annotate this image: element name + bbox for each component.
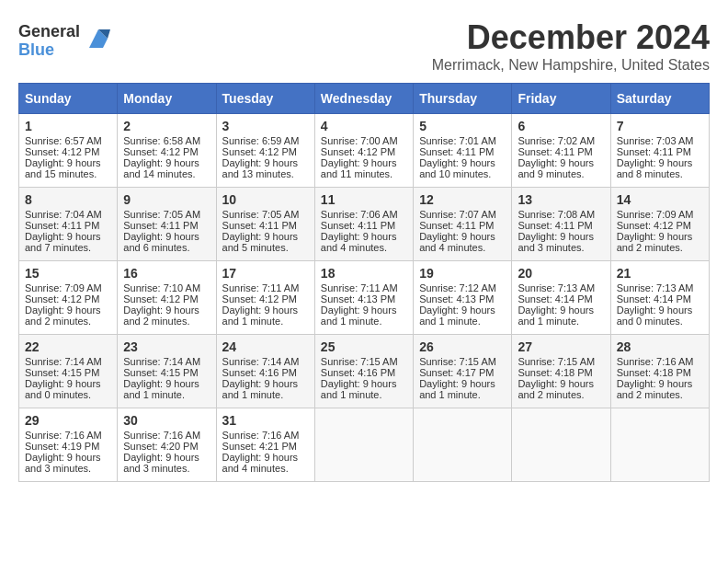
sunset-text: Sunset: 4:15 PM bbox=[123, 367, 198, 378]
day-number: 21 bbox=[617, 266, 703, 281]
calendar-cell: 2Sunrise: 6:58 AMSunset: 4:12 PMDaylight… bbox=[118, 114, 216, 188]
sunrise-text: Sunrise: 7:16 AM bbox=[617, 356, 694, 367]
sunrise-text: Sunrise: 7:01 AM bbox=[419, 135, 496, 146]
sunrise-text: Sunrise: 7:09 AM bbox=[617, 209, 694, 220]
sunrise-text: Sunrise: 7:03 AM bbox=[617, 135, 694, 146]
sunset-text: Sunset: 4:13 PM bbox=[419, 293, 494, 304]
month-title: December 2024 bbox=[432, 18, 710, 57]
calendar-cell: 4Sunrise: 7:00 AMSunset: 4:12 PMDaylight… bbox=[314, 114, 413, 188]
sunset-text: Sunset: 4:15 PM bbox=[25, 367, 99, 378]
calendar-cell: 17Sunrise: 7:11 AMSunset: 4:12 PMDayligh… bbox=[216, 261, 314, 335]
day-number: 8 bbox=[25, 192, 111, 207]
daylight-text: Daylight: 9 hours and 1 minute. bbox=[321, 378, 397, 400]
day-number: 5 bbox=[419, 119, 506, 133]
sunrise-text: Sunrise: 6:58 AM bbox=[123, 135, 200, 146]
sunrise-text: Sunrise: 7:11 AM bbox=[222, 282, 300, 293]
week-row-4: 22Sunrise: 7:14 AMSunset: 4:15 PMDayligh… bbox=[19, 335, 710, 408]
sunset-text: Sunset: 4:19 PM bbox=[25, 441, 99, 452]
week-row-5: 29Sunrise: 7:16 AMSunset: 4:19 PMDayligh… bbox=[19, 408, 710, 482]
calendar-cell: 19Sunrise: 7:12 AMSunset: 4:13 PMDayligh… bbox=[414, 261, 512, 335]
sunrise-text: Sunrise: 7:05 AM bbox=[222, 209, 300, 220]
sunset-text: Sunset: 4:11 PM bbox=[321, 220, 395, 231]
daylight-text: Daylight: 9 hours and 2 minutes. bbox=[617, 378, 693, 400]
day-number: 17 bbox=[222, 266, 309, 281]
daylight-text: Daylight: 9 hours and 4 minutes. bbox=[321, 231, 397, 253]
sunset-text: Sunset: 4:21 PM bbox=[222, 441, 297, 452]
calendar-cell: 31Sunrise: 7:16 AMSunset: 4:21 PMDayligh… bbox=[216, 408, 314, 482]
day-header-wednesday: Wednesday bbox=[314, 84, 413, 114]
calendar-cell bbox=[512, 408, 610, 482]
sunrise-text: Sunrise: 7:02 AM bbox=[518, 135, 595, 146]
sunrise-text: Sunrise: 7:14 AM bbox=[123, 356, 200, 367]
calendar-cell: 8Sunrise: 7:04 AMSunset: 4:11 PMDaylight… bbox=[19, 188, 118, 261]
calendar-cell bbox=[414, 408, 512, 482]
day-number: 16 bbox=[123, 266, 210, 281]
daylight-text: Daylight: 9 hours and 2 minutes. bbox=[123, 304, 199, 327]
calendar-table: SundayMondayTuesdayWednesdayThursdayFrid… bbox=[18, 83, 710, 482]
sunset-text: Sunset: 4:12 PM bbox=[222, 146, 297, 157]
day-number: 15 bbox=[25, 266, 111, 281]
daylight-text: Daylight: 9 hours and 2 minutes. bbox=[25, 304, 101, 327]
daylight-text: Daylight: 9 hours and 13 minutes. bbox=[222, 157, 299, 179]
day-header-sunday: Sunday bbox=[19, 84, 118, 114]
sunset-text: Sunset: 4:11 PM bbox=[25, 220, 99, 231]
calendar-cell: 5Sunrise: 7:01 AMSunset: 4:11 PMDaylight… bbox=[414, 114, 512, 188]
sunset-text: Sunset: 4:20 PM bbox=[123, 441, 198, 452]
calendar-cell: 21Sunrise: 7:13 AMSunset: 4:14 PMDayligh… bbox=[610, 261, 709, 335]
calendar-cell: 13Sunrise: 7:08 AMSunset: 4:11 PMDayligh… bbox=[512, 188, 610, 261]
daylight-text: Daylight: 9 hours and 4 minutes. bbox=[222, 452, 299, 474]
day-number: 9 bbox=[123, 192, 210, 207]
sunrise-text: Sunrise: 7:05 AM bbox=[123, 209, 200, 220]
logo-general: General bbox=[18, 23, 80, 41]
day-number: 24 bbox=[222, 339, 309, 354]
sunset-text: Sunset: 4:18 PM bbox=[617, 367, 691, 378]
sunset-text: Sunset: 4:11 PM bbox=[617, 146, 691, 157]
sunset-text: Sunset: 4:12 PM bbox=[222, 293, 297, 304]
sunrise-text: Sunrise: 7:10 AM bbox=[123, 282, 200, 293]
sunset-text: Sunset: 4:14 PM bbox=[617, 293, 691, 304]
sunrise-text: Sunrise: 7:14 AM bbox=[222, 356, 300, 367]
calendar-cell: 28Sunrise: 7:16 AMSunset: 4:18 PMDayligh… bbox=[610, 335, 709, 408]
sunrise-text: Sunrise: 7:15 AM bbox=[518, 356, 595, 367]
calendar-cell: 20Sunrise: 7:13 AMSunset: 4:14 PMDayligh… bbox=[512, 261, 610, 335]
daylight-text: Daylight: 9 hours and 14 minutes. bbox=[123, 157, 199, 179]
calendar-cell bbox=[314, 408, 413, 482]
sunrise-text: Sunrise: 7:16 AM bbox=[222, 430, 300, 441]
header: General Blue December 2024 Merrimack, Ne… bbox=[18, 18, 710, 74]
daylight-text: Daylight: 9 hours and 0 minutes. bbox=[617, 304, 693, 327]
sunrise-text: Sunrise: 7:07 AM bbox=[419, 209, 496, 220]
sunrise-text: Sunrise: 7:06 AM bbox=[321, 209, 398, 220]
day-number: 25 bbox=[321, 339, 407, 354]
week-row-3: 15Sunrise: 7:09 AMSunset: 4:12 PMDayligh… bbox=[19, 261, 710, 335]
day-number: 2 bbox=[123, 119, 210, 133]
day-number: 31 bbox=[222, 413, 309, 428]
day-header-monday: Monday bbox=[118, 84, 216, 114]
daylight-text: Daylight: 9 hours and 1 minute. bbox=[222, 378, 299, 400]
day-number: 19 bbox=[419, 266, 506, 281]
title-area: December 2024 Merrimack, New Hampshire, … bbox=[432, 18, 710, 74]
sunrise-text: Sunrise: 7:13 AM bbox=[617, 282, 694, 293]
daylight-text: Daylight: 9 hours and 0 minutes. bbox=[25, 378, 101, 400]
calendar-cell: 22Sunrise: 7:14 AMSunset: 4:15 PMDayligh… bbox=[19, 335, 118, 408]
day-number: 18 bbox=[321, 266, 407, 281]
calendar-cell: 14Sunrise: 7:09 AMSunset: 4:12 PMDayligh… bbox=[610, 188, 709, 261]
day-number: 7 bbox=[617, 119, 703, 133]
location: Merrimack, New Hampshire, United States bbox=[432, 57, 710, 74]
daylight-text: Daylight: 9 hours and 1 minute. bbox=[518, 304, 594, 327]
daylight-text: Daylight: 9 hours and 1 minute. bbox=[419, 378, 495, 400]
calendar-cell: 23Sunrise: 7:14 AMSunset: 4:15 PMDayligh… bbox=[118, 335, 216, 408]
calendar-cell: 9Sunrise: 7:05 AMSunset: 4:11 PMDaylight… bbox=[118, 188, 216, 261]
sunset-text: Sunset: 4:17 PM bbox=[419, 367, 494, 378]
day-header-friday: Friday bbox=[512, 84, 610, 114]
sunrise-text: Sunrise: 7:14 AM bbox=[25, 356, 102, 367]
sunset-text: Sunset: 4:12 PM bbox=[25, 293, 99, 304]
sunset-text: Sunset: 4:11 PM bbox=[419, 220, 494, 231]
logo-text: General Blue bbox=[18, 23, 80, 60]
sunset-text: Sunset: 4:13 PM bbox=[321, 293, 395, 304]
logo-icon bbox=[85, 25, 112, 52]
calendar-cell: 30Sunrise: 7:16 AMSunset: 4:20 PMDayligh… bbox=[118, 408, 216, 482]
daylight-text: Daylight: 9 hours and 1 minute. bbox=[419, 304, 495, 327]
day-header-thursday: Thursday bbox=[414, 84, 512, 114]
calendar-cell: 6Sunrise: 7:02 AMSunset: 4:11 PMDaylight… bbox=[512, 114, 610, 188]
day-number: 3 bbox=[222, 119, 309, 133]
